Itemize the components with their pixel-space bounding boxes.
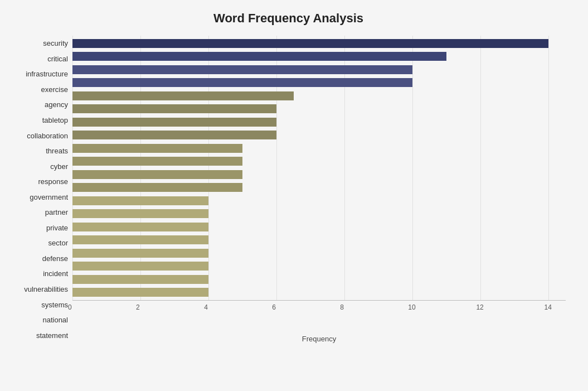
bar [72, 65, 412, 74]
y-label: exercise [11, 86, 68, 93]
y-label: defense [11, 255, 68, 262]
y-label: critical [11, 55, 68, 62]
bar-row [72, 37, 566, 50]
bar-row [72, 115, 566, 129]
bar [72, 78, 412, 87]
y-label: cyber [11, 163, 68, 170]
bars-inner [72, 36, 566, 300]
bar [72, 157, 242, 166]
y-label: private [11, 224, 68, 231]
y-label: statement [11, 332, 68, 339]
bar-row [72, 260, 566, 273]
chart-container: Word Frequency Analysis securitycritical… [0, 0, 588, 391]
bar [72, 249, 208, 258]
bar-row [72, 194, 566, 207]
bar-row [72, 76, 566, 90]
y-label: infrastructure [11, 70, 68, 78]
bar-row [72, 273, 566, 286]
x-tick-label: 6 [272, 303, 276, 311]
bar-row [72, 168, 566, 181]
x-axis-title: Frequency [72, 335, 566, 343]
y-axis-labels: securitycriticalinfrastructureexerciseag… [11, 36, 72, 343]
bar-row [72, 89, 566, 103]
bar-row [72, 181, 566, 195]
bars-area [72, 36, 566, 300]
y-label: incident [11, 270, 68, 277]
y-label: tabletop [11, 117, 68, 124]
bar-row [72, 129, 566, 142]
bar [72, 183, 242, 192]
x-tick-label: 10 [408, 303, 415, 311]
bar [72, 170, 242, 179]
bar [72, 196, 208, 205]
x-tick-label: 4 [204, 303, 208, 311]
y-label: systems [11, 301, 68, 308]
x-tick-label: 0 [68, 303, 72, 311]
bar [72, 131, 276, 139]
y-label: government [11, 194, 68, 201]
bar-row [72, 155, 566, 168]
y-label: response [11, 178, 68, 185]
bar [72, 262, 208, 271]
y-label: partner [11, 209, 68, 216]
bar-row [72, 63, 566, 76]
bars-and-xaxis: 02468101214 Frequency [72, 36, 566, 343]
bar [72, 52, 446, 61]
y-label: sector [11, 239, 68, 247]
bar [72, 275, 208, 284]
bar [72, 91, 294, 100]
bar-row [72, 234, 566, 247]
bar-row [72, 220, 566, 234]
bar [72, 288, 208, 297]
y-label: agency [11, 101, 68, 108]
x-axis: 02468101214 [72, 300, 566, 322]
x-tick-label: 14 [544, 303, 551, 311]
bar [72, 104, 276, 113]
x-tick-label: 12 [476, 303, 483, 311]
y-label: collaboration [11, 132, 68, 139]
bar [72, 223, 208, 231]
y-label: security [11, 40, 68, 47]
bar-row [72, 247, 566, 260]
chart-title: Word Frequency Analysis [11, 11, 566, 26]
bar-row [72, 142, 566, 155]
bar [72, 235, 208, 244]
bar [72, 209, 208, 218]
bar-row [72, 286, 566, 300]
bar [72, 39, 548, 48]
y-label: threats [11, 147, 68, 155]
bar [72, 118, 276, 127]
bar-row [72, 50, 566, 64]
y-label: national [11, 316, 68, 324]
y-label: vulnerabilities [11, 286, 68, 293]
bar [72, 144, 242, 153]
bar-row [72, 103, 566, 116]
chart-area: securitycriticalinfrastructureexerciseag… [11, 36, 566, 343]
x-tick-label: 2 [136, 303, 140, 311]
bar-row [72, 207, 566, 221]
x-tick-label: 8 [340, 303, 344, 311]
